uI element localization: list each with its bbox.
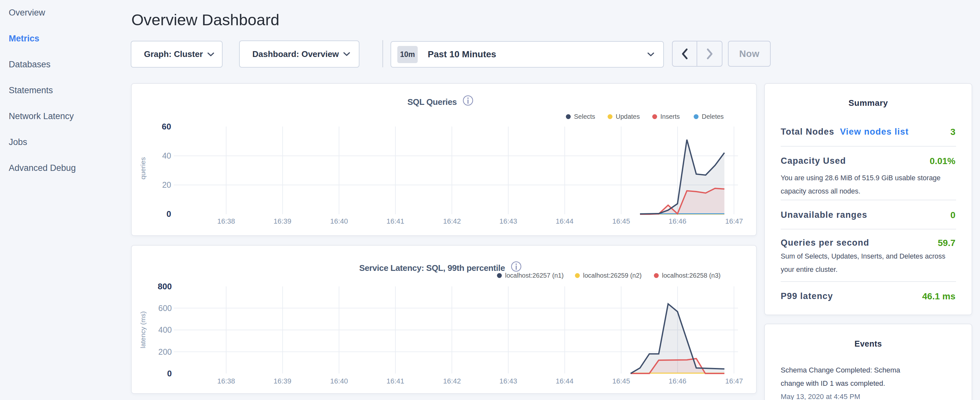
- svg-text:16:42: 16:42: [443, 377, 461, 385]
- svg-text:40: 40: [162, 151, 171, 160]
- svg-text:16:39: 16:39: [274, 217, 291, 225]
- svg-text:16:41: 16:41: [386, 377, 404, 385]
- svg-text:latency (ms): latency (ms): [139, 311, 146, 348]
- svg-text:200: 200: [158, 347, 172, 356]
- svg-text:16:40: 16:40: [330, 217, 348, 225]
- svg-text:16:44: 16:44: [555, 377, 573, 385]
- svg-text:16:39: 16:39: [274, 377, 291, 385]
- svg-text:queries: queries: [139, 157, 146, 180]
- svg-text:16:38: 16:38: [217, 217, 235, 225]
- svg-text:16:45: 16:45: [612, 217, 630, 225]
- svg-text:800: 800: [158, 282, 172, 291]
- svg-text:16:43: 16:43: [499, 217, 517, 225]
- svg-text:16:42: 16:42: [443, 217, 461, 225]
- svg-text:16:46: 16:46: [668, 377, 686, 385]
- svg-text:60: 60: [162, 122, 171, 131]
- svg-text:600: 600: [158, 304, 172, 312]
- svg-text:20: 20: [162, 180, 171, 189]
- svg-text:16:40: 16:40: [330, 377, 348, 385]
- svg-text:400: 400: [158, 325, 172, 334]
- svg-text:16:41: 16:41: [386, 217, 404, 225]
- svg-text:16:44: 16:44: [555, 217, 573, 225]
- svg-text:16:47: 16:47: [725, 377, 743, 385]
- svg-text:16:45: 16:45: [612, 377, 630, 385]
- svg-text:16:46: 16:46: [668, 217, 686, 225]
- svg-text:16:43: 16:43: [499, 377, 517, 385]
- svg-text:16:47: 16:47: [725, 217, 743, 225]
- svg-text:0: 0: [167, 369, 172, 378]
- svg-text:16:38: 16:38: [217, 377, 235, 385]
- svg-text:0: 0: [167, 209, 171, 219]
